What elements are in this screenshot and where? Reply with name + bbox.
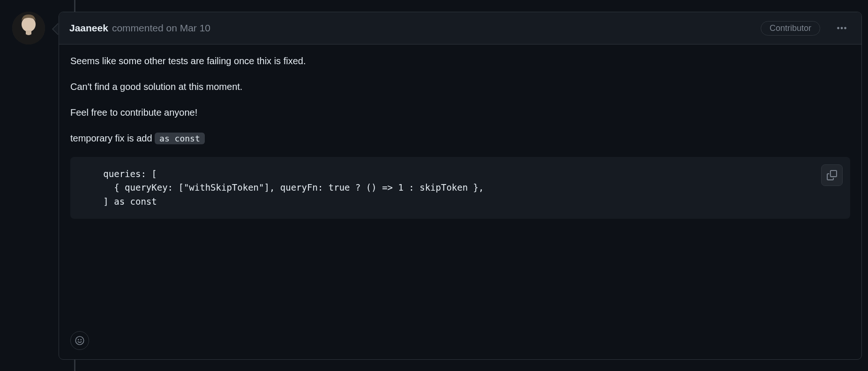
svg-point-1 [22, 17, 36, 32]
kebab-icon [836, 22, 847, 34]
add-reaction-button[interactable] [70, 331, 89, 350]
comment-timestamp-link[interactable]: on Mar 10 [166, 22, 210, 33]
inline-code: as const [155, 133, 205, 144]
copy-icon [827, 170, 837, 180]
svg-point-2 [837, 27, 839, 30]
comment-action-verb: commented [112, 22, 166, 33]
copy-code-button[interactable] [821, 164, 843, 186]
reactions-bar [59, 331, 861, 359]
comment-caret-fill [53, 23, 59, 35]
avatar-image [12, 12, 45, 45]
comment-container: Jaaneek commented on Mar 10 Contributor … [59, 12, 862, 360]
comment-paragraph: Feel free to contribute anyone! [70, 105, 850, 120]
avatar[interactable] [12, 12, 45, 45]
comment-paragraph: temporary fix is add as const [70, 131, 850, 146]
code-content: queries: [ { queryKey: ["withSkipToken"]… [87, 167, 833, 208]
svg-point-5 [75, 336, 83, 344]
comment-paragraph: Seems like some other tests are failing … [70, 54, 850, 68]
comment-text: temporary fix is add [70, 133, 155, 143]
contributor-badge: Contributor [761, 21, 820, 36]
comment-action-text: commented on Mar 10 [112, 22, 210, 34]
svg-point-3 [841, 27, 843, 30]
svg-point-7 [81, 340, 81, 340]
comment-actions-menu-button[interactable] [832, 20, 851, 37]
svg-point-4 [844, 27, 846, 30]
code-block: queries: [ { queryKey: ["withSkipToken"]… [70, 157, 850, 219]
comment-author-link[interactable]: Jaaneek [69, 22, 108, 34]
comment-body: Seems like some other tests are failing … [59, 45, 861, 331]
comment-header: Jaaneek commented on Mar 10 Contributor [59, 12, 861, 45]
comment-paragraph: Can't find a good solution at this momen… [70, 80, 850, 94]
svg-point-6 [78, 340, 79, 340]
smiley-icon [75, 335, 85, 346]
